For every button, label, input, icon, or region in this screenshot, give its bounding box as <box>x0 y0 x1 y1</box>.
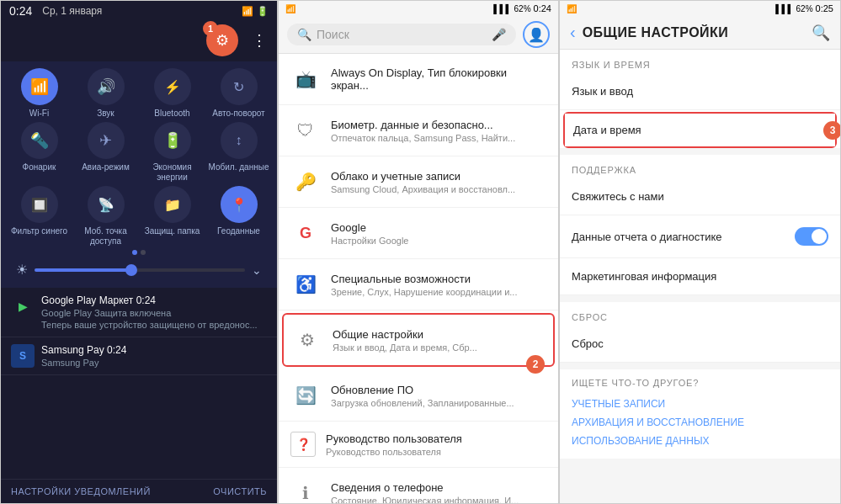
toggle-mobile-data[interactable]: ↕ Мобил. данные <box>209 122 269 183</box>
language-input-item[interactable]: Язык и ввод <box>560 73 840 110</box>
wifi-icon: 📶 <box>21 68 58 105</box>
backup-link[interactable]: АРХИВАЦИЯ И ВОССТАНОВЛЕНИЕ <box>572 413 828 432</box>
signal-icon: 📶 <box>242 6 253 17</box>
settings-item-title-4: Специальные возможности <box>331 273 546 285</box>
settings-item-subtitle-7: Руководство пользователя <box>326 447 546 457</box>
toggle-secure-folder[interactable]: 📁 Защищ. папка <box>142 186 203 247</box>
notification-google-play[interactable]: ▶ Google Play Маркет 0:24 Google Play За… <box>1 288 277 337</box>
settings-item-about-phone[interactable]: ℹ Сведения о телефоне Состояние, Юридиче… <box>279 468 558 503</box>
toggle-wifi[interactable]: 📶 Wi-Fi <box>9 68 70 119</box>
settings-item-user-guide[interactable]: ❓ Руководство пользователя Руководство п… <box>279 422 558 468</box>
settings-item-biometrics[interactable]: 🛡 Биометр. данные и безопасно... Отпечат… <box>279 105 558 157</box>
p2-time: 0:24 <box>534 3 551 13</box>
statusbar-left: 0:24 Ср, 1 января <box>9 4 102 18</box>
settings-item-google[interactable]: G Google Настройки Google <box>279 208 558 259</box>
reset-title: Сброс <box>572 337 828 350</box>
settings-item-title-1: Биометр. данные и безопасно... <box>331 119 546 131</box>
toggle-airplane-label: Авиа-режим <box>82 162 130 172</box>
profile-icon: 👤 <box>528 27 545 43</box>
chevron-down-icon[interactable]: ⌄ <box>252 263 262 277</box>
diagnostic-toggle[interactable] <box>795 227 828 246</box>
clear-button[interactable]: ОЧИСТИТЬ <box>213 486 267 496</box>
p3-time: 0:25 <box>816 3 833 13</box>
header-search-icon[interactable]: 🔍 <box>812 24 830 42</box>
display-icon: 📺 <box>290 64 321 94</box>
biometrics-icon: 🛡 <box>290 115 321 146</box>
notification-samsung-pay[interactable]: S Samsung Pay 0:24 Samsung Pay <box>1 337 277 375</box>
search-placeholder-text: Поиск <box>317 28 349 41</box>
reset-item[interactable]: Сброс <box>560 326 840 363</box>
settings-item-subtitle-8: Состояние, Юридическая информация, И... <box>331 496 546 504</box>
toggle-blue-filter[interactable]: 🔲 Фильтр синего <box>9 186 70 247</box>
dot-indicator <box>141 250 146 255</box>
p2-signal-icon: 📶 <box>285 4 295 13</box>
gear-wrapper[interactable]: ⚙ 1 <box>206 24 238 56</box>
more-options-icon[interactable]: ⋮ <box>252 31 267 50</box>
toggle-bluetooth[interactable]: ⚡ Bluetooth <box>142 68 203 119</box>
toggle-wifi-label: Wi-Fi <box>29 109 49 119</box>
language-input-title: Язык и ввод <box>572 85 828 98</box>
search-input-box[interactable]: 🔍 Поиск 🎤 <box>287 24 516 45</box>
google-icon: G <box>290 218 321 248</box>
toggle-rotation-label: Авто-поворот <box>212 109 264 119</box>
user-guide-icon: ❓ <box>290 432 316 457</box>
accessibility-icon: ♿ <box>290 269 321 300</box>
toggle-rotation[interactable]: ↻ Авто-поворот <box>209 68 269 119</box>
notification-settings-button[interactable]: НАСТРОЙКИ УВЕДОМЛЕНИЙ <box>11 486 151 496</box>
quick-toggles: 📶 Wi-Fi 🔊 Звук ⚡ Bluetooth ↻ Авто-поворо… <box>1 61 277 288</box>
location-icon: 📍 <box>221 186 258 223</box>
toggle-location[interactable]: 📍 Геоданные <box>209 186 269 247</box>
toggle-row-1: 📶 Wi-Fi 🔊 Звук ⚡ Bluetooth ↻ Авто-поворо… <box>6 68 272 119</box>
toggle-airplane[interactable]: ✈ Авиа-режим <box>76 122 136 183</box>
settings-item-cloud[interactable]: 🔑 Облако и учетные записи Samsung Cloud,… <box>279 157 558 208</box>
notification-content-2: Samsung Pay 0:24 Samsung Pay <box>41 344 267 368</box>
page-title: ОБЩИЕ НАСТРОЙКИ <box>583 25 805 40</box>
diagnostic-item[interactable]: Данные отчета о диагностике <box>560 215 840 258</box>
mic-icon[interactable]: 🎤 <box>492 28 506 41</box>
brightness-icon: ☀ <box>16 262 28 278</box>
search-bar: 🔍 Поиск 🎤 👤 <box>279 16 558 54</box>
settings-item-title-3: Google <box>331 221 546 234</box>
marketing-item[interactable]: Маркетинговая информация <box>560 258 840 295</box>
power-saving-icon: 🔋 <box>154 122 191 159</box>
shade-bottom-bar: НАСТРОЙКИ УВЕДОМЛЕНИЙ ОЧИСТИТЬ <box>1 479 277 503</box>
settings-item-subtitle-1: Отпечаток пальца, Samsung Pass, Найти... <box>331 133 546 143</box>
settings-item-display[interactable]: 📺 Always On Display, Тип блокировки экра… <box>279 54 558 105</box>
battery-icon: 🔋 <box>257 6 269 17</box>
profile-button[interactable]: 👤 <box>523 21 550 48</box>
toggle-power-saving[interactable]: 🔋 Экономия энергии <box>142 122 203 183</box>
brightness-control: ☀ ⌄ <box>6 258 272 281</box>
statusbar-panel3: 📶 ▌▌▌ 62% 0:25 <box>560 1 840 16</box>
toggle-flashlight[interactable]: 🔦 Фонарик <box>9 122 70 183</box>
settings-item-update[interactable]: 🔄 Обновление ПО Загрузка обновлений, Зап… <box>279 370 558 422</box>
back-button[interactable]: ‹ <box>570 23 576 42</box>
settings-item-accessibility[interactable]: ♿ Специальные возможности Зрение, Слух, … <box>279 259 558 310</box>
flashlight-icon: 🔦 <box>21 122 58 159</box>
notification-shade: 0:24 Ср, 1 января 📶 🔋 ⚙ 1 ⋮ 📶 Wi-Fi <box>0 0 278 504</box>
data-usage-link[interactable]: ИСПОЛЬЗОВАНИЕ ДАННЫХ <box>572 432 828 450</box>
brightness-track[interactable] <box>35 268 245 272</box>
contact-us-item[interactable]: Свяжитесь с нами <box>560 178 840 215</box>
notif-title-1: Google Play Маркет 0:24 <box>41 294 156 306</box>
p3-battery-text: 62% <box>796 4 813 13</box>
toggle-sound-label: Звук <box>97 109 114 119</box>
toggle-hotspot[interactable]: 📡 Моб. точка доступа <box>76 186 136 247</box>
support-section: ПОДДЕРЖКА Свяжитесь с нами Данные отчета… <box>560 155 840 295</box>
toggle-mobile-data-label: Мобил. данные <box>209 162 269 172</box>
date-time-wrapper: Дата и время 3 <box>563 112 837 148</box>
toggle-sound[interactable]: 🔊 Звук <box>76 68 136 119</box>
special-links-section: ИЩЕТЕ ЧТО-ТО ДРУГОЕ? УЧЕТНЫЕ ЗАПИСИ АРХИ… <box>560 369 840 459</box>
header-action-icons: ⚙ 1 ⋮ <box>206 24 267 56</box>
accounts-link[interactable]: УЧЕТНЫЕ ЗАПИСИ <box>572 395 828 413</box>
settings-item-general[interactable]: ⚙ Общие настройки Язык и ввод, Дата и вр… <box>284 315 553 365</box>
sound-icon: 🔊 <box>88 68 125 105</box>
p2-battery-text: 62% <box>514 4 531 13</box>
brightness-thumb[interactable] <box>125 264 137 276</box>
settings-item-text-3: Google Настройки Google <box>331 221 546 246</box>
update-icon: 🔄 <box>290 380 321 411</box>
search-icon: 🔍 <box>297 28 311 41</box>
special-section-title: ИЩЕТЕ ЧТО-ТО ДРУГОЕ? <box>572 378 828 388</box>
date-time-item[interactable]: Дата и время <box>565 114 835 146</box>
hotspot-icon: 📡 <box>88 186 125 223</box>
support-header: ПОДДЕРЖКА <box>560 155 840 178</box>
